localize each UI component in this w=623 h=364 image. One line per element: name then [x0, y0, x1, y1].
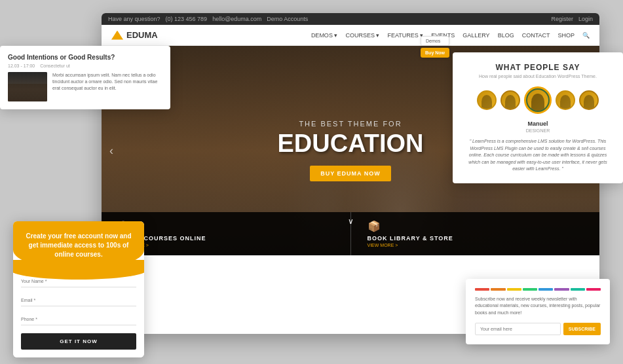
form-submit-button[interactable]: GET IT NOW [21, 333, 136, 350]
newsletter-stripes [475, 288, 601, 291]
nav-links: DEMOS ▾ COURSES ▾ FEATURES ▾ EVENTS GALL… [311, 32, 590, 39]
phone-text: (0) 123 456 789 [166, 16, 208, 22]
books-icon: 📦 [368, 220, 381, 232]
demo-buy-badge: Demos Buy Now [421, 36, 449, 58]
testimonial-subtitle: How real people said about Education Wor… [463, 74, 613, 79]
stripe-3 [507, 288, 521, 291]
stripe-7 [571, 288, 585, 291]
register-link[interactable]: Register [551, 16, 573, 22]
nav-shop[interactable]: SHOP [557, 32, 575, 39]
stripe-4 [523, 288, 537, 291]
stripe-1 [475, 288, 489, 291]
feature-books: 📦 BOOK LIBRARY & STORE VIEW MORE > [351, 212, 600, 255]
avatar-2-img [502, 92, 519, 109]
nav-courses[interactable]: COURSES ▾ [345, 32, 379, 39]
blog-card: Good Intentions or Good Results? 12.03 -… [0, 46, 170, 109]
testimonial-avatars [463, 86, 613, 114]
blog-card-meta: 12.03 - 17:00 Consectetur ut [8, 64, 162, 68]
logo[interactable]: EDUMA [111, 30, 158, 40]
top-bar-left: Have any question? (0) 123 456 789 hello… [108, 16, 308, 22]
hero-prev-arrow[interactable]: ‹ [109, 144, 113, 158]
hero-content: THE BEST THEME FOR EDUCATION BUY EDUMA N… [277, 120, 423, 181]
books-title: BOOK LIBRARY & STORE [368, 235, 453, 242]
newsletter-email-input[interactable] [475, 323, 561, 335]
hero-down-arrow[interactable]: ∨ [348, 217, 354, 226]
blog-card-body: Morbi accumsan ipsum velit. Nam nec tell… [8, 72, 162, 101]
hero-cta-button[interactable]: BUY EDUMA NOW [310, 166, 391, 181]
avatar-3-img [527, 90, 548, 111]
newsletter-text: Subscribe now and receive weekly newslet… [475, 296, 601, 317]
form-email-field[interactable] [21, 295, 136, 306]
stripe-5 [538, 288, 553, 291]
blog-card-title: Good Intentions or Good Results? [8, 54, 162, 61]
avatar-4[interactable] [556, 90, 575, 110]
avatar-3-active[interactable] [524, 86, 552, 114]
blog-card-text: Morbi accumsan ipsum velit. Nam nec tell… [52, 72, 162, 101]
email-text: hello@eduma.com [212, 16, 261, 22]
testimonial-person-role: DESIGNER [463, 128, 613, 133]
stripe-6 [554, 288, 569, 291]
nav-demos[interactable]: DEMOS ▾ [311, 32, 338, 39]
logo-text: EDUMA [126, 30, 158, 40]
form-header: Create your free account now and get imm… [13, 221, 144, 270]
hero-title: EDUCATION [277, 131, 423, 156]
testimonial-quote: " LearnPress is a comprehensive LMS solu… [463, 138, 613, 173]
nav-features[interactable]: FEATURES ▾ [387, 32, 423, 39]
nav-gallery[interactable]: GALLERY [463, 32, 489, 39]
testimonial-title: WHAT PEOPLE SAY [463, 63, 613, 72]
form-header-shape [13, 260, 144, 280]
login-link[interactable]: Login [578, 16, 593, 22]
avatar-4-img [557, 92, 574, 109]
top-bar-right: Register Login [551, 16, 593, 22]
blog-card-image [8, 72, 47, 101]
demo-text: Demo Accounts [267, 16, 308, 22]
testimonial-card: WHAT PEOPLE SAY How real people said abo… [453, 52, 623, 183]
top-bar: Have any question? (0) 123 456 789 hello… [102, 13, 599, 25]
nav-bar: EDUMA DEMOS ▾ COURSES ▾ FEATURES ▾ EVENT… [102, 25, 599, 46]
stripe-8 [586, 288, 601, 291]
testimonial-person-name: Manuel [463, 120, 613, 127]
nav-search-icon[interactable]: 🔍 [582, 32, 590, 39]
form-card: Create your free account now and get imm… [13, 221, 144, 357]
avatar-5-img [580, 92, 597, 109]
nav-contact[interactable]: CONTACT [522, 32, 550, 39]
hero-subtitle: THE BEST THEME FOR [277, 120, 423, 128]
form-phone-field[interactable] [21, 314, 136, 325]
question-text: Have any question? [108, 16, 160, 22]
blog-date: 12.03 - 17:00 [8, 64, 35, 68]
stripe-2 [491, 288, 505, 291]
newsletter-form: SUBSCRIBE [475, 323, 601, 335]
form-header-text: Create your free account now and get imm… [22, 232, 135, 259]
avatar-2[interactable] [500, 90, 520, 110]
demo-pill[interactable]: Demos [421, 36, 449, 46]
blog-cat: Consectetur ut [40, 64, 70, 68]
avatar-1-img [478, 92, 495, 109]
newsletter-subscribe-button[interactable]: SUBSCRIBE [563, 323, 601, 335]
books-link[interactable]: VIEW MORE > [368, 243, 398, 247]
buy-pill[interactable]: Buy Now [421, 48, 449, 58]
avatar-5[interactable] [579, 90, 599, 110]
logo-icon [111, 31, 123, 40]
newsletter-card: Subscribe now and receive weekly newslet… [466, 279, 610, 345]
avatar-1[interactable] [477, 90, 497, 110]
nav-blog[interactable]: BLOG [498, 32, 514, 39]
